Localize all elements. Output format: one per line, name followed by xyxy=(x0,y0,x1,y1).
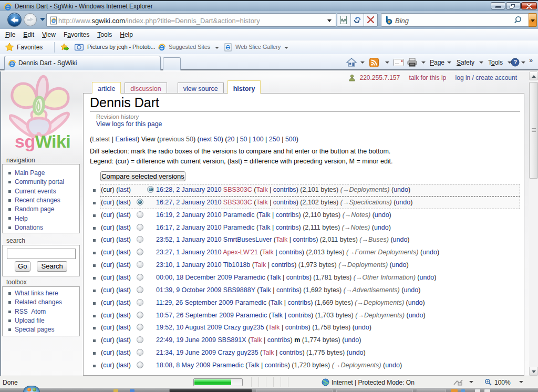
revision-time-link[interactable]: 16:27, 2 January 2010 xyxy=(156,199,221,206)
user-talk-link[interactable]: Talk xyxy=(254,261,266,269)
help-dropdown-icon[interactable] xyxy=(521,61,525,64)
undo-link[interactable]: undo xyxy=(408,299,423,306)
oldid-radio[interactable] xyxy=(137,349,143,356)
user-link[interactable]: Paramedic xyxy=(223,211,255,219)
cur-link[interactable]: cur xyxy=(103,312,112,319)
user-link[interactable]: SBS303C xyxy=(223,186,252,193)
view-logs-link[interactable]: View logs for this page xyxy=(96,120,162,128)
navigation-link-1[interactable]: Community portal xyxy=(15,178,64,185)
undo-link[interactable]: undo xyxy=(393,236,408,243)
toolbox-link-4[interactable]: Special pages xyxy=(15,326,54,333)
navigation-link-0[interactable]: Main Page xyxy=(15,169,45,177)
user-talk-link[interactable]: Talk xyxy=(259,286,271,294)
user-contribs-link[interactable]: contribs xyxy=(276,286,299,294)
user-contribs-link[interactable]: contribs xyxy=(285,324,308,331)
refresh-button[interactable] xyxy=(351,14,365,26)
taskbar-button-active[interactable] xyxy=(169,389,252,392)
user-talk-link[interactable]: Talk xyxy=(250,336,262,344)
tray-icon-2[interactable] xyxy=(461,389,465,392)
oldid-radio[interactable] xyxy=(137,199,143,205)
quicklaunch-icon-2[interactable] xyxy=(130,389,134,392)
sgwiki-wordmark[interactable]: sgWiki xyxy=(15,131,70,152)
user-talk-link[interactable]: Talk xyxy=(256,186,267,193)
user-contribs-link[interactable]: contribs xyxy=(271,261,294,269)
last-link[interactable]: last xyxy=(118,199,128,206)
revision-time-link[interactable]: 16:17, 2 January 2010 xyxy=(156,224,221,231)
page-tab-article[interactable]: article xyxy=(92,82,121,94)
last-link[interactable]: last xyxy=(118,274,128,281)
revision-time-link[interactable]: 11:29, 26 September 2009 xyxy=(156,299,233,306)
oldid-radio[interactable] xyxy=(137,336,143,343)
user-link[interactable]: Crazy guy235 xyxy=(218,349,258,356)
toolbox-link-1[interactable]: Related changes xyxy=(15,298,62,306)
menu-tools[interactable]: Tools xyxy=(94,29,116,38)
last-link[interactable]: last xyxy=(118,224,128,231)
compare-selected-versions-button[interactable]: Compare selected versions xyxy=(100,171,185,181)
diff-radio[interactable] xyxy=(147,186,154,193)
user-link[interactable]: SBS891X xyxy=(218,336,246,344)
user-talk-link[interactable]: Talk xyxy=(268,324,280,331)
revision-time-link[interactable]: 23:10, 1 January 2010 xyxy=(156,261,221,269)
zoom-level-text[interactable]: 100% xyxy=(494,379,511,386)
last-link[interactable]: last xyxy=(118,362,128,369)
url-field[interactable]: http://www.sgwiki.com/index.php?title=De… xyxy=(46,13,336,27)
safety-menu-button[interactable]: Safety xyxy=(457,59,474,66)
user-contribs-link[interactable]: contribs xyxy=(273,199,296,206)
scroll-down-button[interactable] xyxy=(529,367,538,376)
user-talk-link[interactable]: Talk xyxy=(262,249,274,256)
compatibility-view-button[interactable] xyxy=(337,14,351,26)
page-menu-button[interactable]: Page xyxy=(430,59,444,66)
toolbar-overflow-chevron[interactable]: » xyxy=(529,56,533,64)
user-link[interactable]: Tib1018b xyxy=(223,261,251,269)
tray-icon-1[interactable] xyxy=(451,389,458,392)
toolbox-link-0[interactable]: What links here xyxy=(15,290,58,297)
user-talk-link[interactable]: Talk xyxy=(247,362,259,369)
favorites-button[interactable]: Favorites xyxy=(17,44,43,51)
revision-time-link[interactable]: 18:08, 8 May 2009 xyxy=(156,362,211,369)
user-contribs-link[interactable]: contribs xyxy=(276,211,299,219)
navigation-link-4[interactable]: Random page xyxy=(15,205,54,213)
zoom-dropdown-icon[interactable] xyxy=(519,381,523,383)
oldid-radio[interactable] xyxy=(137,362,143,368)
cur-link[interactable]: cur xyxy=(103,336,112,344)
oldid-radio[interactable] xyxy=(137,299,143,306)
revision-time-link[interactable]: 10:57, 26 September 2009 xyxy=(156,312,234,319)
url-dropdown-icon[interactable] xyxy=(327,19,332,22)
scrollbar-thumb[interactable] xyxy=(529,82,538,179)
cur-link[interactable]: cur xyxy=(103,299,112,306)
ip-user-link[interactable]: 220.255.7.157 xyxy=(359,74,400,81)
user-talk-link[interactable]: Talk xyxy=(271,299,282,306)
toolbox-link-2[interactable]: RSS Atom xyxy=(15,308,46,315)
toolbox-link-3[interactable]: Upload file xyxy=(15,317,45,324)
print-icon[interactable] xyxy=(407,58,418,69)
cur-link[interactable]: cur xyxy=(103,349,112,356)
cur-link[interactable]: cur xyxy=(103,362,112,369)
user-talk-link[interactable]: Talk xyxy=(258,224,270,231)
menu-file[interactable]: File xyxy=(2,29,19,38)
menu-favorites[interactable]: Favorites xyxy=(59,29,93,38)
oldid-radio[interactable] xyxy=(137,249,143,255)
revision-time-link[interactable]: 23:52, 1 January 2010 xyxy=(156,236,221,243)
undo-link[interactable]: undo xyxy=(375,211,389,219)
last-link[interactable]: last xyxy=(118,312,128,319)
user-contribs-link[interactable]: contribs xyxy=(286,274,309,281)
user-contribs-link[interactable]: contribs xyxy=(265,362,288,369)
print-dropdown-icon[interactable] xyxy=(421,61,426,64)
zoom-region-dropdown-icon[interactable] xyxy=(469,381,473,383)
help-icon[interactable]: ? xyxy=(511,58,520,69)
browser-tab[interactable]: Dennis Dart - SgWiki xyxy=(4,56,161,70)
zoom-icon[interactable] xyxy=(484,378,492,388)
page-tab-history[interactable]: history xyxy=(227,80,261,94)
add-favorite-icon[interactable] xyxy=(60,43,69,54)
user-contribs-link[interactable]: contribs xyxy=(280,349,303,356)
cur-link[interactable]: cur xyxy=(103,249,112,256)
user-contribs-link[interactable]: contribs xyxy=(287,299,311,306)
recent-pages-dropdown[interactable] xyxy=(40,18,45,21)
close-button[interactable] xyxy=(521,2,537,9)
undo-link[interactable]: undo xyxy=(404,286,418,294)
last-link[interactable]: last xyxy=(118,286,128,294)
user-talk-link[interactable]: Talk xyxy=(276,236,287,243)
undo-link[interactable]: undo xyxy=(422,249,437,256)
revision-time-link[interactable]: 22:49, 19 June 2009 xyxy=(156,336,216,344)
last-link[interactable]: last xyxy=(118,349,128,356)
